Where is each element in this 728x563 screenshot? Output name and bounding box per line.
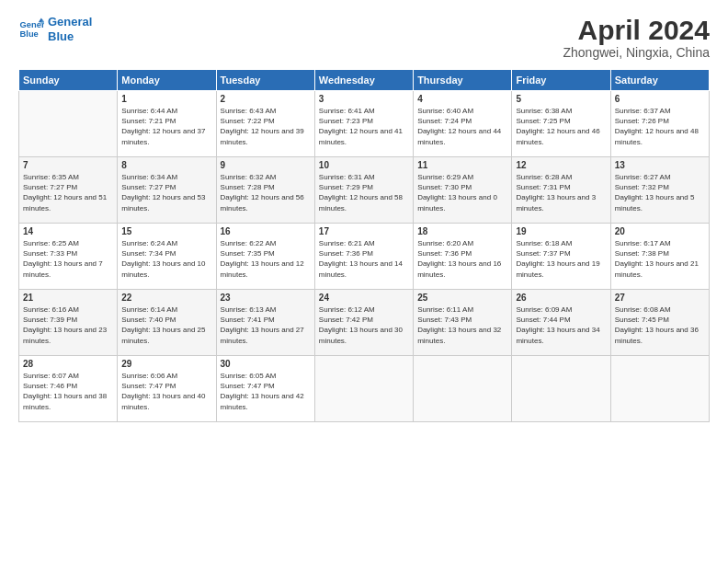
day-info: Sunrise: 6:34 AMSunset: 7:27 PMDaylight:… [121, 172, 211, 213]
day-info: Sunrise: 6:25 AMSunset: 7:33 PMDaylight:… [23, 238, 113, 280]
svg-text:Blue: Blue [20, 29, 39, 38]
day-number: 11 [417, 160, 507, 170]
column-header-tuesday: Tuesday [216, 70, 314, 91]
day-cell: 20Sunrise: 6:17 AMSunset: 7:38 PMDayligh… [610, 224, 709, 290]
main-title: April 2024 [563, 15, 710, 45]
day-info: Sunrise: 6:05 AMSunset: 7:47 PMDaylight:… [221, 371, 311, 412]
day-cell: 29Sunrise: 6:06 AMSunset: 7:47 PMDayligh… [118, 356, 216, 422]
week-row-2: 7Sunrise: 6:35 AMSunset: 7:27 PMDaylight… [19, 157, 710, 224]
day-cell: 4Sunrise: 6:40 AMSunset: 7:24 PMDaylight… [414, 91, 512, 157]
day-number: 21 [23, 293, 113, 303]
day-number: 29 [121, 359, 211, 369]
day-cell: 25Sunrise: 6:11 AMSunset: 7:43 PMDayligh… [414, 290, 512, 356]
column-header-wednesday: Wednesday [314, 70, 413, 91]
day-info: Sunrise: 6:32 AMSunset: 7:28 PMDaylight:… [221, 172, 311, 213]
day-number: 16 [221, 226, 311, 236]
day-number: 28 [23, 359, 113, 369]
day-info: Sunrise: 6:12 AMSunset: 7:42 PMDaylight:… [319, 304, 409, 346]
day-number: 23 [221, 293, 311, 303]
day-cell: 11Sunrise: 6:29 AMSunset: 7:30 PMDayligh… [414, 157, 512, 224]
day-cell: 10Sunrise: 6:31 AMSunset: 7:29 PMDayligh… [314, 157, 413, 224]
day-number: 30 [221, 359, 311, 369]
logo: General Blue GeneralBlue [18, 15, 92, 43]
day-info: Sunrise: 6:37 AMSunset: 7:26 PMDaylight:… [615, 106, 705, 147]
day-cell [610, 356, 709, 422]
day-cell: 5Sunrise: 6:38 AMSunset: 7:25 PMDaylight… [512, 91, 610, 157]
day-info: Sunrise: 6:40 AMSunset: 7:24 PMDaylight:… [417, 106, 507, 147]
day-cell: 21Sunrise: 6:16 AMSunset: 7:39 PMDayligh… [19, 290, 118, 356]
day-info: Sunrise: 6:11 AMSunset: 7:43 PMDaylight:… [417, 304, 507, 346]
day-info: Sunrise: 6:16 AMSunset: 7:39 PMDaylight:… [23, 304, 113, 346]
day-number: 9 [221, 160, 311, 170]
day-cell [414, 356, 512, 422]
day-cell: 13Sunrise: 6:27 AMSunset: 7:32 PMDayligh… [610, 157, 709, 224]
day-number: 6 [615, 94, 705, 104]
day-info: Sunrise: 6:43 AMSunset: 7:22 PMDaylight:… [221, 106, 311, 147]
title-block: April 2024 Zhongwei, Ningxia, China [563, 15, 710, 60]
day-number: 4 [417, 94, 507, 104]
header-row: SundayMondayTuesdayWednesdayThursdayFrid… [19, 70, 710, 91]
day-cell: 3Sunrise: 6:41 AMSunset: 7:23 PMDaylight… [314, 91, 413, 157]
day-info: Sunrise: 6:44 AMSunset: 7:21 PMDaylight:… [121, 106, 211, 147]
day-info: Sunrise: 6:24 AMSunset: 7:34 PMDaylight:… [121, 238, 211, 280]
day-number: 1 [121, 94, 211, 104]
day-number: 12 [516, 160, 606, 170]
week-row-1: 1Sunrise: 6:44 AMSunset: 7:21 PMDaylight… [19, 91, 710, 157]
calendar-page: General Blue GeneralBlue April 2024 Zhon… [0, 0, 728, 563]
day-info: Sunrise: 6:09 AMSunset: 7:44 PMDaylight:… [516, 304, 606, 346]
day-info: Sunrise: 6:17 AMSunset: 7:38 PMDaylight:… [615, 238, 705, 280]
day-cell: 2Sunrise: 6:43 AMSunset: 7:22 PMDaylight… [216, 91, 314, 157]
day-info: Sunrise: 6:22 AMSunset: 7:35 PMDaylight:… [221, 238, 311, 280]
day-number: 3 [319, 94, 409, 104]
column-header-friday: Friday [512, 70, 610, 91]
day-number: 25 [417, 293, 507, 303]
subtitle: Zhongwei, Ningxia, China [563, 45, 710, 60]
day-cell: 30Sunrise: 6:05 AMSunset: 7:47 PMDayligh… [216, 356, 314, 422]
day-cell: 12Sunrise: 6:28 AMSunset: 7:31 PMDayligh… [512, 157, 610, 224]
day-info: Sunrise: 6:41 AMSunset: 7:23 PMDaylight:… [319, 106, 409, 147]
day-info: Sunrise: 6:35 AMSunset: 7:27 PMDaylight:… [23, 172, 113, 213]
day-cell: 27Sunrise: 6:08 AMSunset: 7:45 PMDayligh… [610, 290, 709, 356]
day-number: 8 [121, 160, 211, 170]
day-info: Sunrise: 6:27 AMSunset: 7:32 PMDaylight:… [615, 172, 705, 213]
day-info: Sunrise: 6:28 AMSunset: 7:31 PMDaylight:… [516, 172, 606, 213]
day-cell: 9Sunrise: 6:32 AMSunset: 7:28 PMDaylight… [216, 157, 314, 224]
day-number: 18 [417, 226, 507, 236]
day-number: 14 [23, 226, 113, 236]
day-cell: 28Sunrise: 6:07 AMSunset: 7:46 PMDayligh… [19, 356, 118, 422]
day-cell [314, 356, 413, 422]
day-cell: 6Sunrise: 6:37 AMSunset: 7:26 PMDaylight… [610, 91, 709, 157]
day-info: Sunrise: 6:08 AMSunset: 7:45 PMDaylight:… [615, 304, 705, 346]
day-number: 7 [23, 160, 113, 170]
logo-icon: General Blue [18, 17, 44, 42]
day-cell: 15Sunrise: 6:24 AMSunset: 7:34 PMDayligh… [118, 224, 216, 290]
day-number: 26 [516, 293, 606, 303]
day-number: 27 [615, 293, 705, 303]
day-number: 10 [319, 160, 409, 170]
logo-text: GeneralBlue [48, 15, 92, 43]
day-number: 20 [615, 226, 705, 236]
day-cell: 24Sunrise: 6:12 AMSunset: 7:42 PMDayligh… [314, 290, 413, 356]
day-cell: 17Sunrise: 6:21 AMSunset: 7:36 PMDayligh… [314, 224, 413, 290]
day-cell: 19Sunrise: 6:18 AMSunset: 7:37 PMDayligh… [512, 224, 610, 290]
day-number: 22 [121, 293, 211, 303]
day-cell: 1Sunrise: 6:44 AMSunset: 7:21 PMDaylight… [118, 91, 216, 157]
day-number: 19 [516, 226, 606, 236]
day-info: Sunrise: 6:31 AMSunset: 7:29 PMDaylight:… [319, 172, 409, 213]
day-cell: 23Sunrise: 6:13 AMSunset: 7:41 PMDayligh… [216, 290, 314, 356]
day-cell: 16Sunrise: 6:22 AMSunset: 7:35 PMDayligh… [216, 224, 314, 290]
day-number: 24 [319, 293, 409, 303]
day-number: 17 [319, 226, 409, 236]
day-cell: 7Sunrise: 6:35 AMSunset: 7:27 PMDaylight… [19, 157, 118, 224]
column-header-thursday: Thursday [414, 70, 512, 91]
week-row-4: 21Sunrise: 6:16 AMSunset: 7:39 PMDayligh… [19, 290, 710, 356]
column-header-saturday: Saturday [610, 70, 709, 91]
day-cell [19, 91, 118, 157]
day-info: Sunrise: 6:18 AMSunset: 7:37 PMDaylight:… [516, 238, 606, 280]
week-row-3: 14Sunrise: 6:25 AMSunset: 7:33 PMDayligh… [19, 224, 710, 290]
day-info: Sunrise: 6:06 AMSunset: 7:47 PMDaylight:… [121, 371, 211, 412]
week-row-5: 28Sunrise: 6:07 AMSunset: 7:46 PMDayligh… [19, 356, 710, 422]
calendar-table: SundayMondayTuesdayWednesdayThursdayFrid… [18, 69, 710, 422]
column-header-monday: Monday [118, 70, 216, 91]
column-header-sunday: Sunday [19, 70, 118, 91]
